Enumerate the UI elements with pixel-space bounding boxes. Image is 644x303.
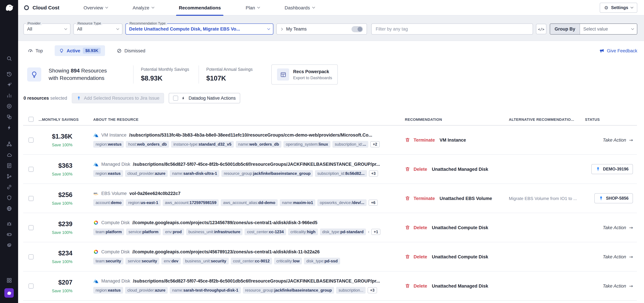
nav-item-recommendations[interactable]: Recommendations — [172, 0, 228, 15]
tag-pill[interactable]: region:eastus — [93, 287, 123, 294]
tag-pill[interactable]: subscription... — [336, 287, 366, 294]
tag-pill[interactable]: service:platform — [126, 228, 161, 235]
datadog-native-actions-button[interactable]: Datadog Native Actions — [169, 93, 240, 103]
more-tags-pill[interactable]: +2 — [370, 141, 380, 147]
add-to-jira-button[interactable]: Add Selected Resources to Jira Issue — [72, 93, 164, 103]
logs-icon[interactable] — [4, 160, 14, 171]
more-tags-pill[interactable]: +3 — [369, 170, 378, 176]
ci-pipeline-icon[interactable] — [4, 171, 14, 182]
recs-powerpack-card[interactable]: Recs Powerpack Export to Dashboards — [271, 64, 338, 84]
more-tags-pill[interactable]: +1 — [372, 229, 380, 235]
code-view-toggle[interactable]: </> — [536, 24, 546, 34]
tag-pill[interactable]: team:platform — [93, 228, 124, 235]
my-teams-toggle[interactable] — [352, 26, 363, 32]
tag-pill[interactable]: cost_center:cc-9012 — [230, 258, 272, 264]
jira-ticket-button[interactable]: DEMO-39196 — [591, 164, 633, 174]
resource-id[interactable]: /subscriptions/5313fc4b-3b83-4b3a-b8e0-3… — [129, 132, 372, 138]
row-checkbox[interactable] — [28, 283, 33, 288]
take-action-link[interactable]: Take Action→ — [603, 137, 633, 142]
tag-pill[interactable]: env:prod — [163, 228, 184, 235]
native-actions-checkbox[interactable] — [173, 96, 178, 101]
tag-pill[interactable]: operating_system:linux — [284, 141, 330, 148]
settings-button[interactable]: ⚙ Settings — [600, 2, 637, 12]
tab-active[interactable]: Active $8.93K — [55, 45, 105, 56]
header-monthly-savings[interactable]: ...MONTHLY SAVINGS — [38, 117, 90, 121]
take-action-link[interactable]: Take Action→ — [603, 254, 633, 260]
integrations-icon[interactable] — [4, 182, 14, 192]
header-status[interactable]: STATUS — [582, 117, 637, 121]
tag-filter-input[interactable] — [371, 24, 533, 34]
tag-pill[interactable]: cost_center:cc-1234 — [245, 228, 286, 235]
service-map-icon[interactable] — [4, 138, 14, 149]
row-checkbox[interactable] — [28, 254, 33, 259]
tag-pill[interactable]: criticality:low — [274, 258, 302, 264]
bug-icon[interactable] — [4, 218, 14, 229]
cloud-icon[interactable] — [4, 149, 14, 160]
more-tags-pill[interactable]: +3 — [368, 287, 377, 293]
tag-pill[interactable]: criticality:high — [288, 228, 318, 235]
header-alternative-recommendation[interactable]: ALTERNATIVE RECOMMENDATIO... — [506, 117, 582, 121]
search-icon[interactable] — [4, 53, 14, 64]
jira-ticket-button[interactable]: SHOP-5856 — [594, 193, 633, 203]
take-action-link[interactable]: Take Action→ — [603, 225, 633, 230]
tag-pill[interactable]: subscription_id:8c56d82... — [315, 170, 367, 177]
synthetics-icon[interactable] — [4, 203, 14, 214]
nav-item-plan[interactable]: Plan — [239, 0, 266, 15]
tag-pill[interactable]: business_unit:infrastructure — [186, 228, 243, 235]
tag-pill[interactable]: region:eastus — [93, 170, 123, 177]
tag-pill[interactable]: name:sarah-test-throughput-disk-1 — [170, 287, 241, 294]
header-recommendation[interactable]: RECOMMENDATION — [402, 117, 506, 121]
resource-id[interactable]: /subscriptions/8c56d827-5f07-45ce-8f2b-6… — [133, 162, 380, 166]
monitors-icon[interactable] — [4, 101, 14, 112]
tag-pill[interactable]: region:us-east-1 — [126, 199, 161, 206]
tag-pill[interactable]: env:dev — [162, 258, 181, 264]
tag-pill[interactable]: team:security — [93, 258, 124, 264]
security-icon[interactable] — [4, 192, 14, 203]
tag-pill[interactable]: region:westus — [93, 141, 124, 148]
tag-pill[interactable]: name:web_orders_db — [236, 141, 282, 148]
row-checkbox[interactable] — [28, 138, 33, 142]
give-feedback-link[interactable]: Give Feedback — [600, 48, 637, 53]
more-tags-pill[interactable]: +6 — [368, 200, 378, 206]
llm-observability-icon[interactable] — [4, 240, 14, 250]
tag-pill[interactable]: cloud_provider:azure — [125, 287, 168, 294]
history-icon[interactable] — [4, 68, 14, 79]
tag-pill[interactable]: business_unit:security — [183, 258, 229, 264]
tag-pill[interactable]: cloud_provider:azure — [125, 170, 168, 177]
organization-icon[interactable] — [4, 275, 14, 286]
my-teams-filter[interactable]: My Teams — [276, 24, 367, 34]
tag-pill[interactable]: service:security — [126, 258, 160, 264]
tag-pill[interactable]: aws_account_alias:dd-demo — [221, 199, 278, 206]
row-checkbox[interactable] — [28, 225, 33, 230]
tag-pill[interactable]: disk_type:pd-standard — [320, 228, 366, 235]
tag-pill[interactable]: instance-type:standard_d32_v5 — [171, 141, 234, 148]
tag-pill[interactable]: account:demo — [93, 199, 124, 206]
select-all-checkbox[interactable] — [28, 117, 33, 122]
metrics-icon[interactable] — [4, 90, 14, 101]
tag-pill[interactable]: resource_group:jackfinkelbaseinstance_gr… — [221, 170, 313, 177]
tag-pill[interactable]: aws_account:172597598159 — [163, 199, 219, 206]
sparkles-icon[interactable] — [4, 79, 14, 90]
tag-pill[interactable]: name:maxim-io1 — [280, 199, 315, 206]
tag-pill[interactable]: host:web_orders_db — [126, 141, 169, 148]
nav-item-analyze[interactable]: Analyze — [126, 0, 161, 15]
nav-item-overview[interactable]: Overview — [77, 0, 114, 15]
resource-id[interactable]: /subscriptions/8c56d827-5f07-45ce-8f2b-6… — [133, 278, 380, 283]
resource-id[interactable]: //compute.googleapis.com/projects/123456… — [132, 220, 318, 225]
nav-item-dashboards[interactable]: Dashboards — [278, 0, 321, 15]
take-action-link[interactable]: Take Action→ — [603, 283, 633, 288]
group-by-select[interactable]: Select value — [580, 24, 637, 34]
header-about-resource[interactable]: ABOUT THE RESOURCE — [90, 117, 402, 121]
tag-pill[interactable]: subscription_id:... — [332, 141, 368, 148]
apm-icon[interactable] — [4, 122, 14, 133]
tab-top[interactable]: Top — [24, 45, 47, 56]
row-checkbox[interactable] — [28, 196, 33, 201]
datadog-logo[interactable] — [0, 0, 18, 15]
tag-pill[interactable]: resource_group:jackfinkelbaseinstance_gr… — [243, 287, 334, 294]
bits-ai-icon[interactable] — [4, 288, 14, 298]
game-controller-icon[interactable] — [4, 229, 14, 240]
tag-pill[interactable]: name:sarah-disk-ultra-1 — [170, 170, 219, 177]
resource-id[interactable]: //compute.googleapis.com/projects/456789… — [132, 249, 320, 254]
infrastructure-icon[interactable] — [4, 112, 14, 122]
tag-pill[interactable]: opsworks_device:/dev/... — [318, 199, 367, 206]
